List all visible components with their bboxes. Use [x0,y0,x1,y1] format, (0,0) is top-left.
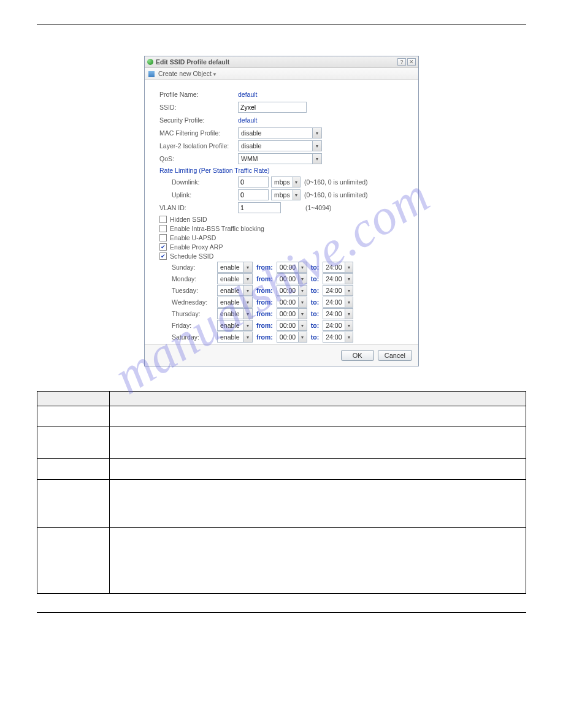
dialog-icon [147,59,153,65]
chevron-down-icon: ▾ [298,262,307,272]
schedule-day-label: Tuesday: [172,287,217,294]
close-button[interactable]: ✕ [407,58,416,66]
schedule-from-label: from: [256,310,273,317]
chevron-down-icon: ▾ [293,177,300,187]
schedule-enable-select[interactable]: enable▾ [217,262,253,273]
downlink-unit-select[interactable]: mbps ▾ [271,176,301,188]
schedule-from-select[interactable]: 00:00▾ [277,285,307,296]
schedule-from-label: from: [256,275,273,282]
chevron-down-icon: ▾ [345,286,353,295]
profile-name-value: default [238,91,258,98]
schedule-from-select[interactable]: 00:00▾ [277,273,307,284]
schedule-day-label: Wednesday: [172,298,217,306]
schedule-to-label: to: [311,322,319,329]
chevron-down-icon: ▾ [345,309,353,319]
schedule-from-select[interactable]: 00:00▾ [277,297,307,308]
schedule-to-value: 24:00 [323,310,344,317]
uapsd-label: Enable U-APSD [170,234,216,241]
schedule-row: Tuesday:enable▾from:00:00▾to:24:00▾ [172,285,410,296]
schedule-from-label: from: [256,287,273,294]
schedule-enable-value: enable [218,264,243,271]
intrabss-checkbox[interactable] [159,225,167,232]
bottom-rule [37,612,526,613]
chevron-down-icon: ▾ [243,332,252,342]
chevron-down-icon: ▾ [243,309,252,319]
create-object-button[interactable]: Create new Object [158,70,212,77]
schedule-to-select[interactable]: 24:00▾ [323,297,353,308]
schedule-to-select[interactable]: 24:00▾ [323,262,353,273]
hidden-ssid-checkbox[interactable] [159,216,167,223]
schedule-enable-value: enable [218,322,243,329]
schedule-from-select[interactable]: 00:00▾ [277,332,307,343]
uapsd-checkbox[interactable] [159,234,167,241]
schedule-ssid-checkbox[interactable]: ✔ [159,252,167,260]
vlan-hint: (1~4094) [305,204,331,211]
schedule-to-label: to: [311,264,319,271]
toolbar: Create new Object▼ [145,68,418,80]
schedule-row: Thursday:enable▾from:00:00▾to:24:00▾ [172,308,410,319]
schedule-rows: Sunday:enable▾from:00:00▾to:24:00▾Monday… [172,262,410,343]
layer2-value: disable [239,142,312,150]
schedule-from-select[interactable]: 00:00▾ [277,308,307,319]
chevron-down-icon: ▾ [312,128,321,138]
schedule-to-value: 24:00 [323,287,344,294]
schedule-to-value: 24:00 [323,264,344,271]
vlan-input[interactable] [238,202,281,213]
intrabss-label: Enable Intra-BSS Traffic blocking [170,225,264,232]
schedule-to-select[interactable]: 24:00▾ [323,273,353,284]
vlan-label: VLAN ID: [159,204,238,211]
schedule-day-label: Monday: [172,275,217,282]
chevron-down-icon: ▾ [298,320,307,330]
ssid-input[interactable] [238,102,307,113]
uplink-unit: mbps [272,191,293,199]
ok-button[interactable]: OK [341,350,374,361]
schedule-day-label: Saturday: [172,333,217,341]
schedule-from-value: 00:00 [277,264,298,271]
layer2-select[interactable]: disable ▾ [238,140,322,151]
schedule-enable-value: enable [218,310,243,317]
chevron-down-icon: ▾ [243,274,252,284]
dropdown-caret-icon: ▼ [212,72,217,77]
schedule-from-value: 00:00 [277,310,298,317]
schedule-enable-select[interactable]: enable▾ [217,320,253,331]
uplink-unit-select[interactable]: mbps ▾ [271,189,301,200]
schedule-to-select[interactable]: 24:00▾ [323,320,353,331]
schedule-enable-select[interactable]: enable▾ [217,297,253,308]
schedule-from-select[interactable]: 00:00▾ [277,320,307,331]
schedule-from-select[interactable]: 00:00▾ [277,262,307,273]
ssid-label: SSID: [159,104,238,111]
qos-label: QoS: [159,155,238,162]
dialog-body: Profile Name: default SSID: Security Pro… [145,80,418,344]
schedule-enable-value: enable [218,287,243,294]
mac-filter-select[interactable]: disable ▾ [238,127,322,138]
chevron-down-icon: ▾ [243,286,252,295]
qos-value: WMM [239,155,312,162]
chevron-down-icon: ▾ [312,154,321,164]
schedule-row: Saturday:enable▾from:00:00▾to:24:00▾ [172,332,410,343]
schedule-enable-select[interactable]: enable▾ [217,285,253,296]
schedule-day-label: Thursday: [172,310,217,317]
schedule-enable-select[interactable]: enable▾ [217,308,253,319]
description-table [37,391,526,594]
schedule-from-value: 00:00 [277,275,298,282]
help-button[interactable]: ? [397,58,406,66]
cancel-button[interactable]: Cancel [378,350,412,361]
uplink-input[interactable] [238,189,269,200]
proxy-arp-label: Enable Proxy ARP [170,243,223,251]
dialog-footer: OK Cancel [145,344,418,366]
chevron-down-icon: ▾ [312,141,321,151]
proxy-arp-checkbox[interactable]: ✔ [159,243,167,251]
schedule-to-value: 24:00 [323,322,344,329]
chevron-down-icon: ▾ [243,262,252,272]
schedule-to-select[interactable]: 24:00▾ [323,308,353,319]
downlink-input[interactable] [238,176,269,188]
chevron-down-icon: ▾ [298,332,307,342]
schedule-enable-select[interactable]: enable▾ [217,273,253,284]
schedule-from-label: from: [256,264,273,271]
qos-select[interactable]: WMM ▾ [238,153,322,164]
schedule-enable-select[interactable]: enable▾ [217,332,253,343]
schedule-to-select[interactable]: 24:00▾ [323,285,353,296]
schedule-to-select[interactable]: 24:00▾ [323,332,353,343]
chevron-down-icon: ▾ [345,332,353,342]
layer2-label: Layer-2 Isolation Profile: [159,142,238,150]
